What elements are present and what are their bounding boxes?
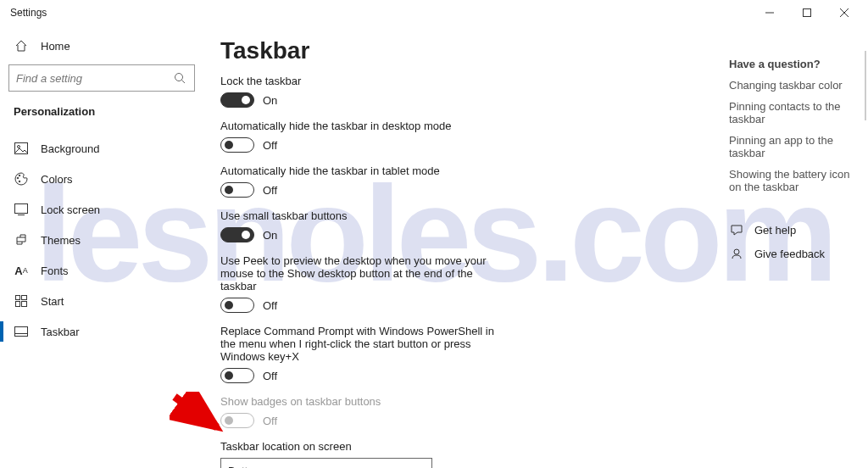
svg-point-9 xyxy=(19,175,20,176)
setting-label: Automatically hide the taskbar in tablet… xyxy=(220,164,509,177)
sidebar: Home Personalization Background Colors L… xyxy=(0,25,203,468)
svg-point-4 xyxy=(175,74,183,81)
start-icon xyxy=(14,293,29,309)
svg-point-19 xyxy=(734,249,739,254)
svg-point-7 xyxy=(18,146,20,148)
toggle-state: Off xyxy=(263,139,277,152)
home-nav[interactable]: Home xyxy=(8,31,195,61)
svg-line-5 xyxy=(182,81,186,84)
question-heading: Have a question? xyxy=(729,58,851,70)
toggle-state: Off xyxy=(263,370,277,382)
info-column: Have a question? Changing taskbar color … xyxy=(729,37,851,468)
sidebar-item-fonts[interactable]: AA Fonts xyxy=(8,255,195,286)
setting-lock-taskbar: Lock the taskbar On xyxy=(220,75,695,108)
help-link[interactable]: Pinning an app to the taskbar xyxy=(729,134,851,159)
fonts-icon: AA xyxy=(14,263,29,278)
palette-icon xyxy=(14,171,29,187)
toggle-autohide-desktop[interactable] xyxy=(220,137,254,153)
toggle-badges xyxy=(220,413,254,428)
toggle-state: Off xyxy=(263,184,277,197)
themes-icon xyxy=(14,232,29,248)
sidebar-item-lockscreen[interactable]: Lock screen xyxy=(8,194,195,225)
sidebar-item-label: Background xyxy=(41,142,99,155)
setting-location: Taskbar location on screen Bottom xyxy=(220,440,695,468)
svg-rect-1 xyxy=(804,9,811,17)
page-title: Taskbar xyxy=(220,37,695,64)
maximize-button[interactable] xyxy=(788,0,826,25)
setting-label: Replace Command Prompt with Windows Powe… xyxy=(220,325,509,363)
toggle-state: Off xyxy=(263,415,277,427)
chat-icon xyxy=(729,222,744,237)
sidebar-item-label: Colors xyxy=(41,173,73,186)
setting-label: Lock the taskbar xyxy=(220,75,509,87)
toggle-state: On xyxy=(263,229,277,242)
chevron-down-icon xyxy=(409,463,425,468)
setting-label: Use small taskbar buttons xyxy=(220,209,509,222)
search-icon xyxy=(172,70,187,86)
setting-autohide-tablet: Automatically hide the taskbar in tablet… xyxy=(220,164,695,198)
select-value: Bottom xyxy=(228,465,263,469)
window-title: Settings xyxy=(10,7,47,19)
feedback-icon xyxy=(729,246,744,261)
svg-point-10 xyxy=(19,181,20,182)
svg-rect-15 xyxy=(16,302,20,307)
svg-rect-13 xyxy=(16,296,20,300)
setting-small-buttons: Use small taskbar buttons On xyxy=(220,209,695,242)
search-box[interactable] xyxy=(8,64,195,92)
svg-point-8 xyxy=(17,177,19,179)
sidebar-item-background[interactable]: Background xyxy=(8,133,195,164)
search-input[interactable] xyxy=(16,72,172,85)
sidebar-item-label: Start xyxy=(41,295,64,308)
taskbar-icon xyxy=(14,324,29,339)
help-link[interactable]: Pinning contacts to the taskbar xyxy=(729,100,851,125)
home-label: Home xyxy=(41,40,70,53)
taskbar-location-select[interactable]: Bottom xyxy=(220,458,432,468)
setting-label: Show badges on taskbar buttons xyxy=(220,395,509,408)
setting-label: Taskbar location on screen xyxy=(220,440,509,453)
get-help-link[interactable]: Get help xyxy=(729,222,851,237)
setting-powershell: Replace Command Prompt with Windows Powe… xyxy=(220,325,695,383)
home-icon xyxy=(14,38,29,53)
toggle-state: On xyxy=(263,94,277,107)
setting-label: Use Peek to preview the desktop when you… xyxy=(220,254,509,292)
setting-peek: Use Peek to preview the desktop when you… xyxy=(220,254,695,313)
close-button[interactable] xyxy=(826,0,863,25)
picture-icon xyxy=(14,141,29,156)
toggle-autohide-tablet[interactable] xyxy=(220,182,254,198)
sidebar-item-label: Taskbar xyxy=(41,326,80,338)
toggle-peek[interactable] xyxy=(220,298,254,313)
sidebar-item-taskbar[interactable]: Taskbar xyxy=(8,316,195,347)
toggle-state: Off xyxy=(263,299,277,312)
help-link[interactable]: Showing the battery icon on the taskbar xyxy=(729,168,851,193)
sidebar-item-label: Lock screen xyxy=(41,203,100,216)
setting-badges: Show badges on taskbar buttons Off xyxy=(220,395,695,428)
svg-rect-11 xyxy=(15,204,28,214)
give-feedback-label: Give feedback xyxy=(754,248,825,260)
setting-label: Automatically hide the taskbar in deskto… xyxy=(220,120,509,132)
sidebar-item-label: Themes xyxy=(41,234,81,247)
settings-column: Taskbar Lock the taskbar On Automaticall… xyxy=(220,37,695,468)
toggle-small-buttons[interactable] xyxy=(220,227,254,242)
minimize-button[interactable] xyxy=(751,0,788,25)
sidebar-item-themes[interactable]: Themes xyxy=(8,225,195,255)
get-help-label: Get help xyxy=(754,224,796,237)
sidebar-item-colors[interactable]: Colors xyxy=(8,164,195,194)
setting-autohide-desktop: Automatically hide the taskbar in deskto… xyxy=(220,120,695,153)
give-feedback-link[interactable]: Give feedback xyxy=(729,246,851,261)
svg-rect-17 xyxy=(15,327,28,337)
help-link[interactable]: Changing taskbar color xyxy=(729,79,851,92)
titlebar: Settings xyxy=(0,0,868,25)
toggle-lock-taskbar[interactable] xyxy=(220,92,254,108)
svg-rect-14 xyxy=(22,296,27,300)
lockscreen-icon xyxy=(14,202,29,217)
sidebar-item-label: Fonts xyxy=(41,265,69,277)
toggle-powershell[interactable] xyxy=(220,368,254,383)
svg-rect-6 xyxy=(15,143,28,154)
sidebar-item-start[interactable]: Start xyxy=(8,286,195,316)
section-heading: Personalization xyxy=(8,102,195,133)
svg-rect-16 xyxy=(22,302,27,307)
